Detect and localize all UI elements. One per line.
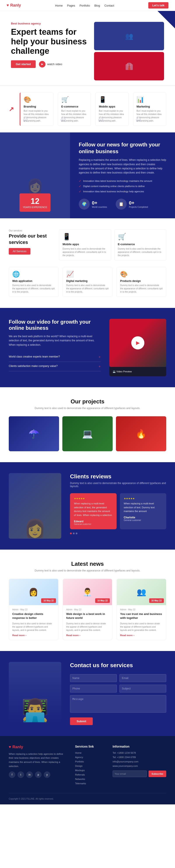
sg-design-title: Products design [120, 279, 163, 283]
footer-link-portfolio[interactable]: Portfolio [75, 760, 104, 763]
branding-title: Branding [24, 105, 50, 108]
nav-cta-button[interactable]: Let's talk [148, 2, 169, 8]
reviews-grid: ★★★★★ When replacing a multi-level selec… [70, 493, 166, 529]
stat-num-countries: 0+ [92, 200, 107, 206]
dot-1[interactable] [70, 532, 72, 534]
message-input[interactable] [70, 695, 166, 713]
nav-links: Home Pages Portfolio Blog Contact [55, 3, 114, 7]
sg-design-desc: Dummy text is also used to demonstrate t… [120, 284, 163, 293]
provide-header: Our services Provide our best services A… [9, 229, 166, 260]
watch-label: watch video [47, 62, 62, 66]
provide-title-col: Our services Provide our best services A… [9, 229, 53, 260]
get-started-button[interactable]: Get started [11, 60, 36, 68]
phone-input[interactable] [70, 685, 117, 692]
mobile-icon: 📱 [99, 96, 125, 103]
play-button[interactable]: ▶ [131, 336, 144, 349]
nav-contact[interactable]: Contact [104, 4, 114, 7]
footer-link-agency[interactable]: Agency [75, 756, 104, 758]
follow-news-section: 👩 12 YEARS EXPERIENCE Follow our news fo… [0, 132, 175, 218]
arrow-right-icon-3: › [134, 634, 134, 637]
footer-link-design[interactable]: Design [75, 765, 104, 767]
email-input[interactable] [119, 674, 166, 682]
brand-logo[interactable]: ♥ Ranly [6, 3, 21, 8]
subscribe-button[interactable]: Subscribe [149, 771, 166, 777]
news-grid: 👩 16 May 22 Admin · May 22 Creative desi… [9, 579, 166, 640]
news-body-1: Admin · May 22 Creative design clients r… [9, 605, 58, 640]
form-row-1 [70, 674, 166, 682]
stat-lbl-countries: World countries [92, 206, 107, 208]
branding-num: 01 [23, 117, 28, 123]
hero-images: 👥 👔 [94, 22, 164, 81]
provide-mobile-icon: 📱 [63, 233, 108, 240]
sg-web-icon: 🌐 [12, 271, 55, 278]
provide-ecommerce-icon: 🛒 [118, 233, 163, 240]
faq-item-1[interactable]: World class creative experts team member… [9, 352, 100, 362]
provide-title: Provide our best services [9, 233, 53, 245]
footer-services-list: Home Agency Portfolio Design Mockups Ref… [75, 751, 104, 785]
social-pinterest[interactable]: p [35, 771, 41, 778]
nav-pages[interactable]: Pages [67, 4, 75, 7]
social-facebook[interactable]: f [9, 771, 15, 778]
nav-portfolio[interactable]: Portfolio [79, 4, 90, 7]
submit-button[interactable]: Submit [70, 717, 93, 725]
exp-container: 👩 12 YEARS EXPERIENCE [4, 169, 66, 214]
sg-digital-title: Digital marketing [66, 279, 109, 283]
review-author-2: Charlotte [124, 516, 163, 519]
footer-logo-icon: ♥ [9, 745, 11, 749]
footer-link-networks[interactable]: Networks [75, 778, 104, 780]
check-icon-2: ✓ [79, 184, 81, 188]
provide-ecommerce-desc: Dummy text is also used to demonstrate t… [118, 247, 163, 257]
nav-blog[interactable]: Blog [94, 4, 100, 7]
news-card-3: 👥 16 May 22 Admin · May 22 You can trust… [117, 579, 166, 640]
form-field-email [119, 674, 166, 682]
news-img-placeholder: 👩 [27, 178, 43, 193]
follow-video-right: ▶ 💻 Video Preview [109, 319, 166, 376]
footer-link-telemarks[interactable]: Telemarks [75, 782, 104, 785]
project-card-2[interactable]: 💻 [62, 416, 113, 451]
name-input[interactable] [70, 674, 117, 682]
social-twitter[interactable]: t [18, 771, 24, 778]
follow-news-left: 👩 12 YEARS EXPERIENCE [0, 132, 70, 218]
social-linkedin[interactable]: in [26, 771, 33, 778]
footer-link-mockups[interactable]: Mockups [75, 769, 104, 772]
social-youtube[interactable]: y [44, 771, 50, 778]
news-image-1: 👩 16 May 22 [9, 579, 58, 605]
feature-text-2: Digital content marketing online clients… [83, 185, 145, 187]
news-icon-3: 👥 [137, 588, 146, 597]
nav-home[interactable]: Home [55, 4, 63, 7]
reviews-person-icon: 👩 [24, 518, 46, 539]
arrow-right-icon-2: › [80, 634, 81, 637]
logo-icon: ♥ [6, 3, 9, 8]
footer-services-col: Services link Home Agency Portfolio Desi… [75, 745, 104, 786]
read-more-1[interactable]: Read more › [12, 634, 55, 637]
provide-ecommerce-title: E-commerce [118, 243, 163, 246]
watch-video-button[interactable]: ▶ watch video [39, 61, 62, 67]
read-more-2[interactable]: Read more › [66, 634, 109, 637]
project-card-1[interactable]: ☂️ [9, 416, 59, 451]
dot-3[interactable] [76, 532, 78, 534]
contact-person-icon: 👨‍💻 [22, 697, 49, 723]
footer-link-referrals[interactable]: Referrals [75, 773, 104, 776]
stats-row: 🌍 0+ World countries 📋 0+ Projects Compl… [79, 199, 166, 210]
all-services-button[interactable]: All Services [9, 248, 30, 255]
mobile-title: Mobile apps [99, 105, 125, 108]
stat-countries: 🌍 0+ World countries [79, 199, 107, 210]
review-role-2: General customer [124, 519, 163, 521]
stat-text-countries: 0+ World countries [92, 200, 107, 208]
feature-text-3: Innovation Idea latest business technolo… [83, 190, 144, 193]
read-more-3[interactable]: Read more › [120, 634, 163, 637]
news-date-3: 16 May 22 [149, 598, 164, 603]
footer-brand-col: ♥ Ranly When replacing a selection help … [9, 745, 66, 786]
footer-brand-desc: When replacing a selection help agencies… [9, 752, 66, 768]
subscribe-input[interactable] [113, 771, 147, 777]
dot-2[interactable] [73, 532, 75, 534]
project-card-3[interactable]: 🔥 [116, 416, 166, 451]
copyright-text: Copyright © 2021 FILLINE. All rights res… [9, 798, 54, 800]
footer-link-home[interactable]: Home [75, 751, 104, 754]
subject-input[interactable] [119, 685, 166, 692]
footer-tel-2: Tel: +1800 2344 6789 [113, 756, 166, 758]
form-field-subject [119, 685, 166, 692]
faq-question-2: Clients satisfaction make company value?… [9, 365, 100, 368]
faq-item-2[interactable]: Clients satisfaction make company value?… [9, 362, 100, 371]
reviews-image-col: 👩 [9, 473, 61, 539]
